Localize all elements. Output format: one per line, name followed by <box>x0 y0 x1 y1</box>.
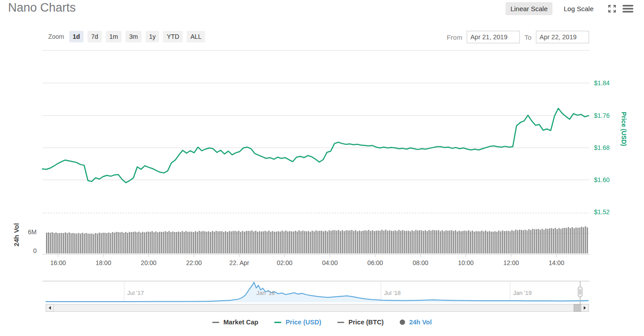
volume-bar <box>148 232 149 253</box>
x-axis-label: 08:00 <box>402 259 439 266</box>
volume-bar <box>270 232 272 253</box>
volume-bar <box>133 232 134 253</box>
volume-bar <box>527 230 528 253</box>
scrollbar-thumb[interactable] <box>574 304 581 311</box>
volume-bar <box>515 230 516 254</box>
volume-bar <box>178 232 179 253</box>
legend-item-price-btc-[interactable]: Price (BTC) <box>337 319 384 326</box>
volume-bar <box>84 234 85 253</box>
volume-bar <box>583 228 584 253</box>
volume-bar <box>259 231 260 253</box>
volume-bar <box>559 228 560 253</box>
volume-bar <box>54 233 55 253</box>
volume-bar <box>138 232 140 253</box>
volume-bar <box>455 230 456 253</box>
navigator-axis-label: Jan '18 <box>256 290 275 296</box>
x-axis-label: 16:00 <box>39 259 77 266</box>
volume-bar <box>519 230 520 253</box>
volume-bar <box>240 232 242 253</box>
volume-bar <box>532 229 533 253</box>
volume-bar <box>213 232 215 253</box>
volume-bar <box>257 232 259 253</box>
chart-canvas[interactable] <box>0 0 644 336</box>
volume-bar <box>184 232 185 253</box>
legend-item-label: Price (USD) <box>285 319 321 326</box>
volume-bar <box>69 232 70 253</box>
volume-bar <box>564 228 565 253</box>
volume-bar <box>82 233 83 253</box>
volume-bar <box>230 232 232 253</box>
volume-bar <box>48 232 49 253</box>
volume-bar <box>502 230 503 253</box>
volume-bar <box>225 231 226 253</box>
volume-bar <box>284 232 285 253</box>
volume-bar <box>197 232 198 253</box>
volume-bar <box>539 230 541 253</box>
x-axis-label: 02:00 <box>266 259 303 266</box>
volume-bar <box>74 233 75 253</box>
navigator-handle[interactable] <box>578 287 582 297</box>
volume-axis-tick-label: 0 <box>17 247 37 254</box>
legend-item-price-usd-[interactable]: Price (USD) <box>274 319 321 326</box>
volume-bar <box>146 232 147 253</box>
volume-bar <box>493 232 494 253</box>
volume-bar <box>353 231 355 253</box>
volume-bar <box>359 231 360 253</box>
volume-bar <box>545 228 547 253</box>
price-series-line[interactable] <box>42 108 589 183</box>
volume-bar <box>61 233 63 253</box>
volume-bar <box>355 230 356 253</box>
volume-bar <box>185 231 187 253</box>
volume-bar <box>100 233 102 253</box>
volume-bar <box>528 229 530 253</box>
volume-bars[interactable] <box>46 226 588 253</box>
volume-bar <box>474 232 475 253</box>
volume-bar <box>89 234 91 253</box>
volume-bar <box>472 231 473 253</box>
volume-bar <box>236 232 238 253</box>
volume-bar <box>191 232 192 253</box>
volume-bar <box>78 233 79 253</box>
volume-bar <box>165 231 166 253</box>
volume-bar <box>255 231 256 253</box>
volume-bar <box>325 231 326 253</box>
volume-bar <box>263 231 264 253</box>
scrollbar-track[interactable] <box>46 304 589 311</box>
volume-bar <box>481 231 483 253</box>
volume-bar <box>52 232 53 253</box>
volume-bar <box>464 231 466 253</box>
volume-bar <box>121 232 123 253</box>
volume-bar <box>349 230 351 253</box>
volume-bar <box>368 230 369 253</box>
volume-bar <box>106 233 108 253</box>
volume-bar <box>562 228 564 253</box>
volume-bar <box>174 232 176 253</box>
volume-bar <box>110 233 111 253</box>
volume-bar <box>457 232 458 253</box>
volume-bar <box>374 231 375 253</box>
volume-bar <box>470 231 471 253</box>
volume-bar <box>556 229 558 253</box>
volume-bar <box>361 231 362 253</box>
volume-bar <box>462 231 464 253</box>
volume-bar <box>508 231 509 253</box>
volume-bar <box>489 231 490 253</box>
volume-bar <box>415 230 417 253</box>
volume-bar <box>400 231 401 253</box>
volume-bar <box>538 229 539 253</box>
volume-bar <box>453 231 454 253</box>
legend-item-market-cap[interactable]: Market Cap <box>212 319 258 326</box>
volume-bar <box>376 231 377 253</box>
volume-bar <box>378 231 379 253</box>
x-axis-label: 14:00 <box>538 259 575 266</box>
volume-bar <box>159 232 160 253</box>
legend-line-swatch <box>337 322 344 323</box>
volume-bar <box>385 230 386 253</box>
volume-bar <box>398 230 400 253</box>
volume-bar <box>189 232 191 253</box>
volume-bar <box>97 234 98 253</box>
volume-bar <box>338 230 339 253</box>
volume-bar <box>274 232 275 253</box>
legend-item-24h-vol[interactable]: 24h Vol <box>400 319 432 326</box>
volume-bar <box>161 232 162 253</box>
